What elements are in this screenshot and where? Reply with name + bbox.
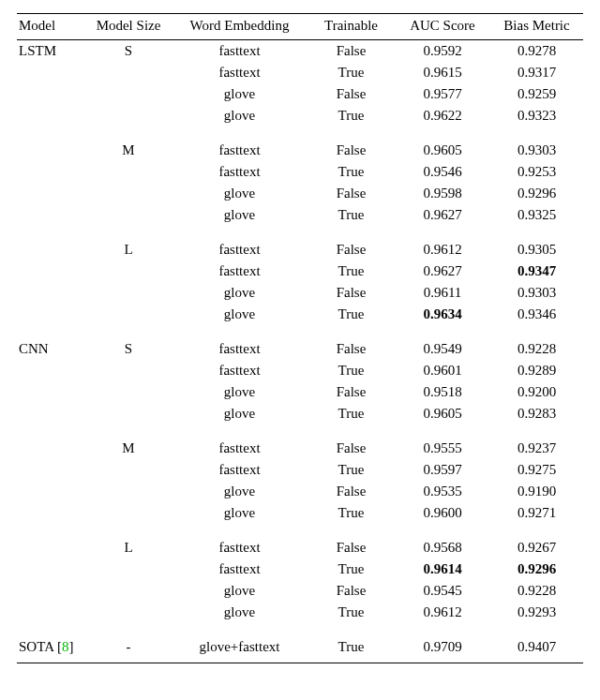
- cell-model: [17, 360, 85, 381]
- cell-embedding: fasttext: [172, 261, 308, 282]
- cell-size: S: [85, 40, 172, 63]
- cell-bias: 0.9293: [490, 602, 583, 623]
- table-row: fasttextTrue0.96010.9289: [17, 360, 583, 381]
- cell-size: L: [85, 537, 172, 559]
- cell-bias: 0.9275: [490, 459, 583, 481]
- cell-size: [85, 580, 172, 602]
- cell-model: [17, 559, 85, 580]
- cell-size: [85, 459, 172, 481]
- cell-trainable: True: [308, 62, 395, 83]
- table-row-sota: SOTA [8]-glove+fasttextTrue0.97090.9407: [17, 636, 583, 663]
- cell-embedding: glove: [172, 282, 308, 304]
- cell-trainable: False: [308, 381, 395, 403]
- cell-bias: 0.9190: [490, 481, 583, 502]
- cell-size: [85, 62, 172, 83]
- table-row: LfasttextFalse0.96120.9305: [17, 239, 583, 261]
- table-header-row: Model Model Size Word Embedding Trainabl…: [17, 14, 583, 40]
- cell-embedding: fasttext: [172, 62, 308, 83]
- cell-auc: 0.9577: [395, 83, 490, 105]
- results-table: Model Model Size Word Embedding Trainabl…: [17, 13, 583, 663]
- cell-embedding: glove: [172, 580, 308, 602]
- cell-embedding: glove: [172, 83, 308, 105]
- cell-auc: 0.9549: [395, 338, 490, 360]
- cell-auc: 0.9709: [395, 636, 490, 663]
- cell-auc: 0.9518: [395, 381, 490, 403]
- cell-size: [85, 261, 172, 282]
- spacer-row: [17, 424, 583, 438]
- cell-model: [17, 282, 85, 304]
- cell-bias: 0.9305: [490, 239, 583, 261]
- cell-size: [85, 559, 172, 580]
- col-size: Model Size: [85, 14, 172, 40]
- table-row: CNNSfasttextFalse0.95490.9228: [17, 338, 583, 360]
- cell-size: [85, 360, 172, 381]
- table-row: gloveFalse0.95450.9228: [17, 580, 583, 602]
- cell-bias: 0.9278: [490, 40, 583, 63]
- cell-size: [85, 105, 172, 127]
- cell-model: CNN: [17, 338, 85, 360]
- cell-bias: 0.9296: [490, 183, 583, 204]
- citation-link[interactable]: 8: [62, 639, 69, 654]
- cell-auc: 0.9622: [395, 105, 490, 127]
- cell-size: [85, 502, 172, 524]
- cell-embedding: glove: [172, 183, 308, 204]
- cell-trainable: False: [308, 580, 395, 602]
- table-row: gloveFalse0.95350.9190: [17, 481, 583, 502]
- table-body: LSTMSfasttextFalse0.95920.9278fasttextTr…: [17, 40, 583, 663]
- table-row: gloveTrue0.96120.9293: [17, 602, 583, 623]
- spacer-cell: [17, 424, 583, 438]
- table-row: gloveTrue0.96220.9323: [17, 105, 583, 127]
- table-row: fasttextTrue0.96150.9317: [17, 62, 583, 83]
- cell-model: [17, 403, 85, 424]
- cell-auc: 0.9634: [395, 304, 490, 325]
- cell-auc: 0.9535: [395, 481, 490, 502]
- cell-auc: 0.9597: [395, 459, 490, 481]
- cell-bias: 0.9325: [490, 204, 583, 226]
- cell-bias: 0.9283: [490, 403, 583, 424]
- cell-bias: 0.9237: [490, 438, 583, 459]
- cell-bias: 0.9303: [490, 282, 583, 304]
- cell-trainable: False: [308, 83, 395, 105]
- cell-bias: 0.9323: [490, 105, 583, 127]
- cell-auc: 0.9568: [395, 537, 490, 559]
- cell-auc: 0.9614: [395, 559, 490, 580]
- cell-model: [17, 602, 85, 623]
- cell-embedding: glove: [172, 105, 308, 127]
- cell-size: [85, 381, 172, 403]
- cell-bias: 0.9296: [490, 559, 583, 580]
- cell-auc: 0.9627: [395, 204, 490, 226]
- table-row: LSTMSfasttextFalse0.95920.9278: [17, 40, 583, 63]
- cell-auc: 0.9627: [395, 261, 490, 282]
- cell-size: M: [85, 140, 172, 161]
- cell-bias: 0.9259: [490, 83, 583, 105]
- cell-auc: 0.9600: [395, 502, 490, 524]
- table-row: gloveTrue0.96340.9346: [17, 304, 583, 325]
- cell-size: [85, 304, 172, 325]
- cell-model: [17, 481, 85, 502]
- table-row: gloveFalse0.95180.9200: [17, 381, 583, 403]
- cell-embedding: fasttext: [172, 239, 308, 261]
- cell-trainable: True: [308, 403, 395, 424]
- spacer-row: [17, 623, 583, 636]
- cell-bias: 0.9228: [490, 580, 583, 602]
- cell-auc: 0.9555: [395, 438, 490, 459]
- col-embedding: Word Embedding: [172, 14, 308, 40]
- cell-auc: 0.9545: [395, 580, 490, 602]
- cell-embedding: fasttext: [172, 360, 308, 381]
- cell-trainable: True: [308, 304, 395, 325]
- cell-model: [17, 183, 85, 204]
- cell-trainable: True: [308, 161, 395, 183]
- table-row: fasttextTrue0.96270.9347: [17, 261, 583, 282]
- cell-model: [17, 161, 85, 183]
- cell-bias: 0.9253: [490, 161, 583, 183]
- cell-size: [85, 481, 172, 502]
- cell-trainable: True: [308, 502, 395, 524]
- table-row: MfasttextFalse0.95550.9237: [17, 438, 583, 459]
- cell-size: [85, 282, 172, 304]
- cell-trainable: True: [308, 636, 395, 663]
- cell-bias: 0.9346: [490, 304, 583, 325]
- cell-trainable: False: [308, 537, 395, 559]
- cell-model: [17, 580, 85, 602]
- cell-bias: 0.9317: [490, 62, 583, 83]
- cell-embedding: fasttext: [172, 459, 308, 481]
